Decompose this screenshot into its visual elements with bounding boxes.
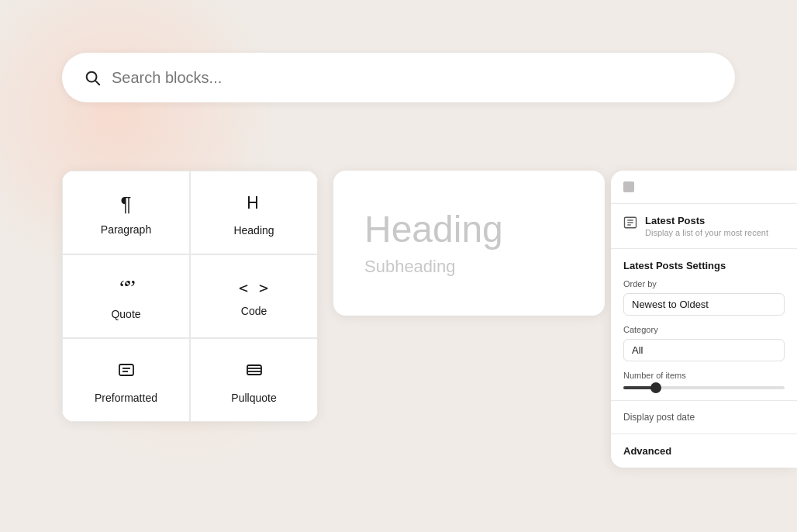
- block-item-code[interactable]: < > Code: [190, 254, 318, 338]
- category-label: Category: [623, 325, 785, 334]
- blocks-grid: ¶ Paragraph Heading “” Quote < > Code: [62, 171, 318, 422]
- order-by-group: Order by Newest to Oldest Oldest to Newe…: [623, 279, 785, 316]
- preview-subheading: Subheading: [364, 257, 574, 277]
- display-post-date-label: Display post date: [623, 412, 785, 423]
- latest-posts-desc: Display a list of your most recent: [645, 228, 768, 237]
- category-group: Category All: [623, 325, 785, 361]
- search-input[interactable]: [112, 69, 713, 87]
- block-label-pullquote: Pullquote: [231, 392, 276, 404]
- preview-heading: Heading: [364, 209, 574, 250]
- order-by-label: Order by: [623, 279, 785, 288]
- latest-posts-settings-section: Latest Posts Settings Order by Newest to…: [611, 249, 797, 401]
- advanced-label: Advanced: [623, 445, 785, 457]
- quote-icon: “”: [119, 277, 133, 299]
- settings-panel: Latest Posts Display a list of your most…: [611, 171, 797, 468]
- blocks-panel: ¶ Paragraph Heading “” Quote < > Code: [62, 171, 318, 422]
- block-label-heading: Heading: [233, 224, 274, 237]
- block-item-quote[interactable]: “” Quote: [62, 254, 190, 338]
- number-of-items-label: Number of items: [623, 371, 785, 380]
- block-item-preformatted[interactable]: Preformatted: [62, 338, 190, 422]
- block-label-quote: Quote: [111, 308, 140, 320]
- preview-panel: Heading Subheading: [333, 171, 605, 316]
- latest-posts-icon: [623, 216, 637, 233]
- order-by-select[interactable]: Newest to Oldest Oldest to Newest Alphab…: [623, 293, 785, 316]
- settings-square-icon: [623, 181, 634, 192]
- block-label-code: Code: [241, 305, 267, 317]
- block-label-preformatted: Preformatted: [95, 392, 157, 404]
- preformatted-icon: [117, 361, 136, 382]
- paragraph-icon: ¶: [121, 194, 132, 214]
- svg-rect-5: [247, 365, 261, 375]
- svg-rect-2: [119, 364, 133, 375]
- settings-top-bar: [611, 171, 797, 204]
- latest-posts-header: Latest Posts Display a list of your most…: [611, 204, 797, 249]
- search-icon: [84, 69, 101, 86]
- latest-posts-title: Latest Posts: [645, 215, 768, 226]
- heading-icon: [245, 193, 264, 215]
- block-item-pullquote[interactable]: Pullquote: [190, 338, 318, 422]
- block-label-paragraph: Paragraph: [101, 223, 151, 236]
- advanced-section: Advanced: [611, 434, 797, 468]
- block-item-paragraph[interactable]: ¶ Paragraph: [62, 171, 190, 254]
- number-of-items-slider[interactable]: [623, 386, 785, 389]
- pullquote-icon: [245, 361, 264, 382]
- block-item-heading[interactable]: Heading: [190, 171, 318, 254]
- section-title: Latest Posts Settings: [623, 260, 785, 271]
- category-select[interactable]: All: [623, 339, 785, 361]
- number-of-items-group: Number of items: [623, 371, 785, 389]
- display-post-date-section: Display post date: [611, 401, 797, 434]
- code-icon: < >: [239, 280, 269, 295]
- latest-posts-text: Latest Posts Display a list of your most…: [645, 215, 768, 237]
- svg-line-1: [95, 81, 99, 85]
- search-bar: [62, 53, 735, 102]
- slider-thumb[interactable]: [650, 382, 661, 393]
